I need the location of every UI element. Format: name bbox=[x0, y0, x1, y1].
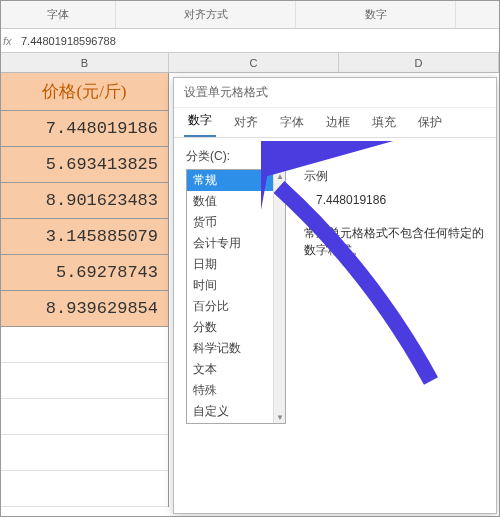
tab-protection[interactable]: 保护 bbox=[414, 108, 446, 137]
format-cells-dialog: 设置单元格格式 数字 对齐 字体 边框 填充 保护 分类(C): 常规 数值 货… bbox=[173, 77, 497, 514]
formula-input[interactable] bbox=[21, 35, 499, 47]
cell-blank[interactable] bbox=[1, 327, 168, 363]
cell-blank[interactable] bbox=[1, 363, 168, 399]
category-item-text[interactable]: 文本 bbox=[187, 359, 285, 380]
tab-alignment[interactable]: 对齐 bbox=[230, 108, 262, 137]
category-item-special[interactable]: 特殊 bbox=[187, 380, 285, 401]
cell-header[interactable]: 价格(元/斤) bbox=[1, 73, 168, 111]
formula-bar: fx bbox=[1, 29, 499, 53]
category-item-general[interactable]: 常规 bbox=[187, 170, 285, 191]
scroll-up-icon[interactable]: ▲ bbox=[274, 170, 286, 182]
dialog-body: 分类(C): 常规 数值 货币 会计专用 日期 时间 百分比 分数 科学记数 文… bbox=[174, 138, 496, 434]
scroll-down-icon[interactable]: ▼ bbox=[274, 411, 286, 423]
column-b: 价格(元/斤) 7.448019186 5.693413825 8.901623… bbox=[1, 73, 169, 507]
category-item-scientific[interactable]: 科学记数 bbox=[187, 338, 285, 359]
ribbon-group-font: 字体 bbox=[1, 1, 116, 28]
sample-area: 示例 7.448019186 常规单元格格式不包含任何特定的数字格式。 bbox=[304, 168, 488, 259]
category-item-custom[interactable]: 自定义 bbox=[187, 401, 285, 422]
listbox-scrollbar[interactable]: ▲ ▼ bbox=[273, 170, 285, 423]
cell-data[interactable]: 8.901623483 bbox=[1, 183, 168, 219]
category-item-time[interactable]: 时间 bbox=[187, 275, 285, 296]
tab-border[interactable]: 边框 bbox=[322, 108, 354, 137]
category-item-number[interactable]: 数值 bbox=[187, 191, 285, 212]
ribbon-group-number: 数字 bbox=[296, 1, 456, 28]
col-header-d[interactable]: D bbox=[339, 53, 499, 72]
category-item-currency[interactable]: 货币 bbox=[187, 212, 285, 233]
col-header-b[interactable]: B bbox=[1, 53, 169, 72]
sample-value: 7.448019186 bbox=[316, 193, 488, 207]
category-item-accounting[interactable]: 会计专用 bbox=[187, 233, 285, 254]
category-item-percentage[interactable]: 百分比 bbox=[187, 296, 285, 317]
tab-font[interactable]: 字体 bbox=[276, 108, 308, 137]
dialog-title: 设置单元格格式 bbox=[174, 78, 496, 108]
ribbon-group-align: 对齐方式 bbox=[116, 1, 296, 28]
category-listbox[interactable]: 常规 数值 货币 会计专用 日期 时间 百分比 分数 科学记数 文本 特殊 自定… bbox=[186, 169, 286, 424]
cell-data[interactable]: 5.693413825 bbox=[1, 147, 168, 183]
fx-label: fx bbox=[3, 35, 21, 47]
cell-data[interactable]: 3.145885079 bbox=[1, 219, 168, 255]
ribbon-bar: 字体 对齐方式 数字 bbox=[1, 1, 499, 29]
cell-data[interactable]: 5.69278743 bbox=[1, 255, 168, 291]
cell-blank[interactable] bbox=[1, 399, 168, 435]
tab-fill[interactable]: 填充 bbox=[368, 108, 400, 137]
cell-data[interactable]: 7.448019186 bbox=[1, 111, 168, 147]
category-item-date[interactable]: 日期 bbox=[187, 254, 285, 275]
tab-number[interactable]: 数字 bbox=[184, 106, 216, 137]
cell-blank[interactable] bbox=[1, 471, 168, 507]
column-headers: B C D bbox=[1, 53, 499, 73]
category-label: 分类(C): bbox=[186, 148, 484, 165]
format-description: 常规单元格格式不包含任何特定的数字格式。 bbox=[304, 225, 488, 259]
col-header-c[interactable]: C bbox=[169, 53, 339, 72]
sample-label: 示例 bbox=[304, 168, 488, 185]
dialog-tabs: 数字 对齐 字体 边框 填充 保护 bbox=[174, 108, 496, 138]
cell-data[interactable]: 8.939629854 bbox=[1, 291, 168, 327]
cell-blank[interactable] bbox=[1, 435, 168, 471]
category-item-fraction[interactable]: 分数 bbox=[187, 317, 285, 338]
